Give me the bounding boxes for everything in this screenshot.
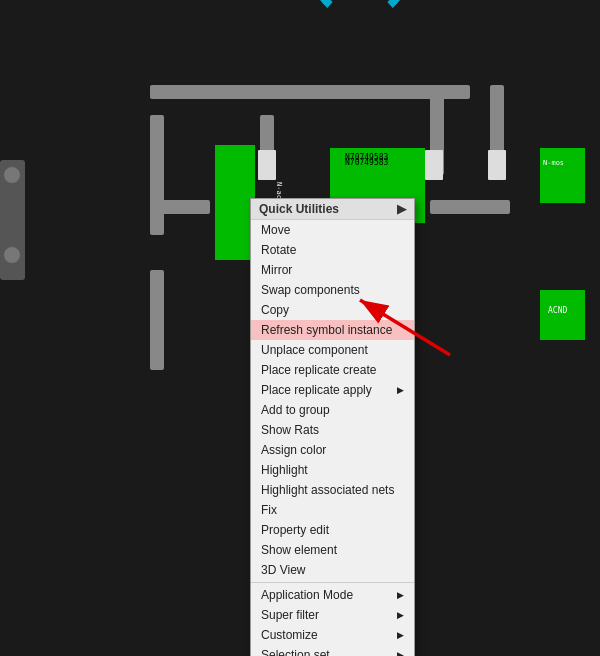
menu-item-place-apply[interactable]: Place replicate apply xyxy=(251,380,414,400)
menu-item-rotate-label: Rotate xyxy=(261,243,296,257)
svg-rect-5 xyxy=(150,200,210,214)
menu-item-highlight-nets-label: Highlight associated nets xyxy=(261,483,394,497)
menu-item-add-group-label: Add to group xyxy=(261,403,330,417)
menu-item-assign-color[interactable]: Assign color xyxy=(251,440,414,460)
svg-rect-17 xyxy=(540,290,585,340)
menu-item-place-create-label: Place replicate create xyxy=(261,363,376,377)
menu-item-swap[interactable]: Swap components xyxy=(251,280,414,300)
menu-item-copy[interactable]: Copy xyxy=(251,300,414,320)
menu-item-highlight[interactable]: Highlight xyxy=(251,460,414,480)
menu-item-move-label: Move xyxy=(261,223,290,237)
menu-item-place-apply-label: Place replicate apply xyxy=(261,383,372,397)
menu-item-add-group[interactable]: Add to group xyxy=(251,400,414,420)
menu-item-customize-label: Customize xyxy=(261,628,318,642)
menu-item-copy-label: Copy xyxy=(261,303,289,317)
menu-item-super-filter-label: Super filter xyxy=(261,608,319,622)
menu-item-3d-view-label: 3D View xyxy=(261,563,305,577)
menu-item-show-rats[interactable]: Show Rats xyxy=(251,420,414,440)
menu-item-show-element-label: Show element xyxy=(261,543,337,557)
menu-item-selection-set[interactable]: Selection set xyxy=(251,645,414,656)
svg-rect-1 xyxy=(150,115,164,235)
menu-item-property[interactable]: Property edit xyxy=(251,520,414,540)
menu-item-app-mode-label: Application Mode xyxy=(261,588,353,602)
menu-item-property-label: Property edit xyxy=(261,523,329,537)
svg-text:N-mos: N-mos xyxy=(543,159,564,167)
menu-item-place-create[interactable]: Place replicate create xyxy=(251,360,414,380)
svg-point-21 xyxy=(4,167,20,183)
svg-rect-7 xyxy=(430,200,510,214)
menu-item-fix-label: Fix xyxy=(261,503,277,517)
menu-item-super-filter[interactable]: Super filter xyxy=(251,605,414,625)
svg-text:N70749583: N70749583 xyxy=(345,158,389,167)
svg-rect-11 xyxy=(215,145,255,260)
quick-utilities-header[interactable]: Quick Utilities ▶ xyxy=(251,199,414,220)
svg-rect-8 xyxy=(258,150,276,180)
quick-utilities-arrow: ▶ xyxy=(397,202,406,216)
menu-item-app-mode[interactable]: Application Mode xyxy=(251,585,414,605)
menu-item-refresh[interactable]: Refresh symbol instance xyxy=(251,320,414,340)
menu-item-fix[interactable]: Fix xyxy=(251,500,414,520)
menu-item-customize[interactable]: Customize xyxy=(251,625,414,645)
menu-item-selection-set-label: Selection set xyxy=(261,648,330,656)
svg-point-22 xyxy=(4,247,20,263)
quick-utilities-label: Quick Utilities xyxy=(259,202,339,216)
menu-item-rotate[interactable]: Rotate xyxy=(251,240,414,260)
menu-separator xyxy=(251,582,414,583)
menu-item-unplace[interactable]: Unplace component xyxy=(251,340,414,360)
menu-item-3d-view[interactable]: 3D View xyxy=(251,560,414,580)
menu-item-show-rats-label: Show Rats xyxy=(261,423,319,437)
menu-item-highlight-label: Highlight xyxy=(261,463,308,477)
svg-rect-10 xyxy=(488,150,506,180)
menu-item-move[interactable]: Move xyxy=(251,220,414,240)
svg-text:ACND: ACND xyxy=(548,306,567,315)
menu-item-highlight-nets[interactable]: Highlight associated nets xyxy=(251,480,414,500)
menu-item-refresh-label: Refresh symbol instance xyxy=(261,323,392,337)
menu-item-mirror[interactable]: Mirror xyxy=(251,260,414,280)
menu-item-unplace-label: Unplace component xyxy=(261,343,368,357)
svg-rect-6 xyxy=(150,270,164,370)
menu-item-mirror-label: Mirror xyxy=(261,263,292,277)
menu-item-swap-label: Swap components xyxy=(261,283,360,297)
svg-rect-9 xyxy=(425,150,443,180)
svg-rect-15 xyxy=(540,148,585,203)
context-menu: Quick Utilities ▶ Move Rotate Mirror Swa… xyxy=(250,198,415,656)
menu-item-assign-color-label: Assign color xyxy=(261,443,326,457)
svg-rect-0 xyxy=(150,85,470,99)
menu-item-show-element[interactable]: Show element xyxy=(251,540,414,560)
